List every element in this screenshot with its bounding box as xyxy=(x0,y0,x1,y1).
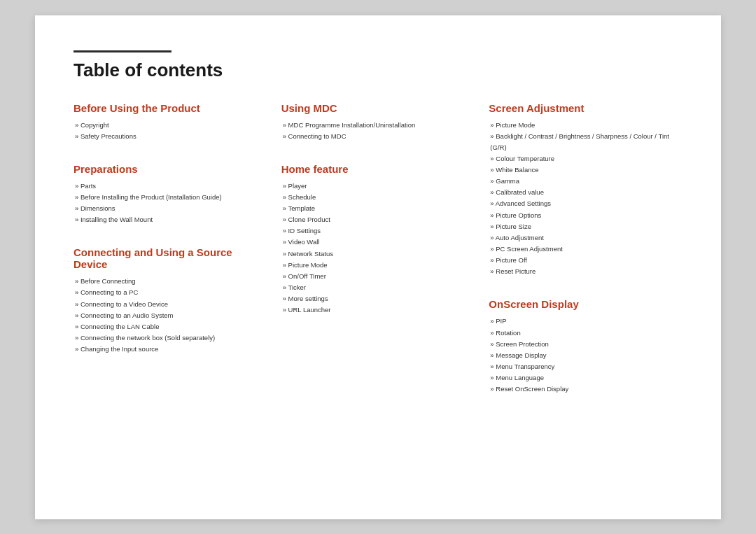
section-items-screen-adjustment: Picture ModeBacklight / Contrast / Brigh… xyxy=(489,120,682,278)
list-item: Picture Off xyxy=(489,255,682,266)
list-item: URL Launcher xyxy=(281,304,475,316)
list-item: White Balance xyxy=(489,164,682,176)
list-item: Copyright xyxy=(74,120,267,131)
list-item: Player xyxy=(281,181,475,192)
list-item: Network Status xyxy=(281,248,475,260)
list-item: Schedule xyxy=(281,192,475,203)
page-title: Table of contents xyxy=(74,59,682,81)
section-title-preparations: Preparations xyxy=(74,163,267,175)
list-item: Video Wall xyxy=(281,237,475,248)
section-title-screen-adjustment: Screen Adjustment xyxy=(489,102,682,114)
header-line xyxy=(74,50,172,52)
section-preparations: PreparationsPartsBefore Installing the P… xyxy=(74,163,267,226)
list-item: Menu Language xyxy=(489,372,682,384)
section-items-home-feature: PlayerScheduleTemplateClone ProductID Se… xyxy=(281,181,475,316)
section-items-preparations: PartsBefore Installing the Product (Inst… xyxy=(74,181,267,226)
list-item: Picture Mode xyxy=(281,260,475,271)
list-item: ID Settings xyxy=(281,225,475,237)
page: Table of contents Before Using the Produ… xyxy=(35,15,721,519)
section-onscreen-display: OnScreen DisplayPIPRotationScreen Protec… xyxy=(489,298,682,395)
list-item: Before Connecting xyxy=(74,276,267,287)
toc-columns: Before Using the ProductCopyrightSafety … xyxy=(74,102,682,416)
column-col2: Using MDCMDC Programme Installation/Unin… xyxy=(281,102,489,416)
section-title-using-mdc: Using MDC xyxy=(281,102,475,114)
list-item: Advanced Settings xyxy=(489,198,682,209)
section-home-feature: Home featurePlayerScheduleTemplateClone … xyxy=(281,163,475,316)
list-item: Gamma xyxy=(489,176,682,187)
list-item: Connecting to an Audio System xyxy=(74,310,267,321)
list-item: Menu Transparency xyxy=(489,361,682,372)
list-item: Reset OnScreen Display xyxy=(489,384,682,395)
list-item: Calibrated value xyxy=(489,187,682,198)
section-using-mdc: Using MDCMDC Programme Installation/Unin… xyxy=(281,102,475,142)
column-col3: Screen AdjustmentPicture ModeBacklight /… xyxy=(489,102,682,416)
section-before-using: Before Using the ProductCopyrightSafety … xyxy=(74,102,267,142)
list-item: Connecting the LAN Cable xyxy=(74,321,267,332)
section-title-before-using: Before Using the Product xyxy=(74,102,267,114)
list-item: On/Off Timer xyxy=(281,271,475,282)
list-item: Connecting to a Video Device xyxy=(74,299,267,310)
list-item: Rotation xyxy=(489,328,682,339)
section-title-connecting: Connecting and Using a Source Device xyxy=(74,246,267,270)
list-item: Auto Adjustment xyxy=(489,232,682,244)
list-item: Reset Picture xyxy=(489,266,682,277)
column-col1: Before Using the ProductCopyrightSafety … xyxy=(74,102,281,416)
list-item: Connecting the network box (Sold separat… xyxy=(74,332,267,344)
section-title-home-feature: Home feature xyxy=(281,163,475,175)
section-items-using-mdc: MDC Programme Installation/Uninstallatio… xyxy=(281,120,475,142)
list-item: Connecting to a PC xyxy=(74,287,267,298)
toc-header: Table of contents xyxy=(74,50,682,81)
list-item: PIP xyxy=(489,316,682,327)
list-item: Dimensions xyxy=(74,203,267,214)
section-screen-adjustment: Screen AdjustmentPicture ModeBacklight /… xyxy=(489,102,682,278)
list-item: More settings xyxy=(281,293,475,304)
list-item: Changing the Input source xyxy=(74,344,267,355)
section-items-onscreen-display: PIPRotationScreen ProtectionMessage Disp… xyxy=(489,316,682,395)
list-item: Connecting to MDC xyxy=(281,131,475,142)
list-item: MDC Programme Installation/Uninstallatio… xyxy=(281,120,475,131)
list-item: Before Installing the Product (Installat… xyxy=(74,192,267,203)
list-item: Clone Product xyxy=(281,214,475,225)
list-item: Picture Options xyxy=(489,210,682,221)
section-items-before-using: CopyrightSafety Precautions xyxy=(74,120,267,142)
list-item: Message Display xyxy=(489,350,682,361)
list-item: Safety Precautions xyxy=(74,131,267,142)
list-item: PC Screen Adjustment xyxy=(489,244,682,255)
list-item: Picture Mode xyxy=(489,120,682,131)
list-item: Colour Temperature xyxy=(489,153,682,164)
list-item: Template xyxy=(281,203,475,214)
list-item: Screen Protection xyxy=(489,339,682,350)
list-item: Installing the Wall Mount xyxy=(74,214,267,225)
list-item: Ticker xyxy=(281,282,475,293)
section-connecting: Connecting and Using a Source DeviceBefo… xyxy=(74,246,267,355)
list-item: Backlight / Contrast / Brightness / Shar… xyxy=(489,131,682,153)
list-item: Picture Size xyxy=(489,221,682,232)
section-title-onscreen-display: OnScreen Display xyxy=(489,298,682,310)
list-item: Parts xyxy=(74,181,267,192)
section-items-connecting: Before ConnectingConnecting to a PCConne… xyxy=(74,276,267,355)
